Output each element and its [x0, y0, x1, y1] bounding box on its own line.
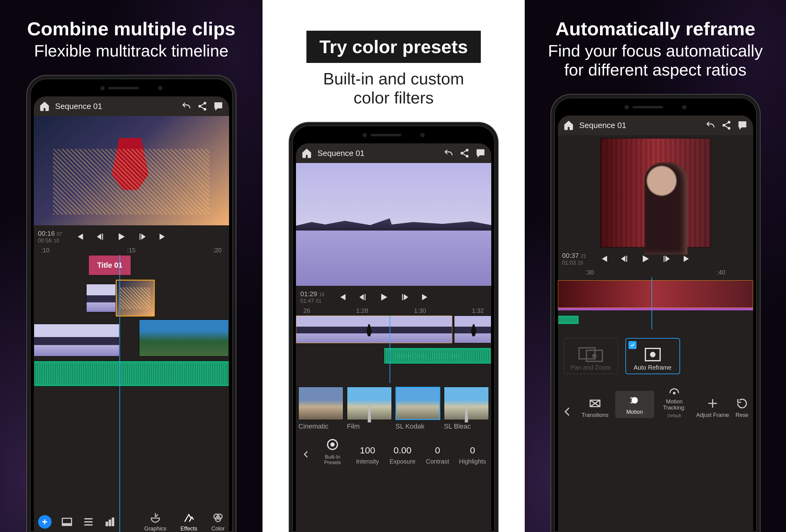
back-icon[interactable] — [560, 405, 575, 418]
param-label: Intensity — [351, 458, 384, 465]
ruler-mark: 26 — [303, 307, 310, 314]
preset-cinematic[interactable]: Cinematic — [298, 387, 343, 431]
panel3-subtitle-l2: for different aspect ratios — [564, 61, 746, 79]
step-fwd-icon[interactable] — [399, 292, 410, 302]
video-clip[interactable] — [34, 324, 120, 356]
motion-tab[interactable]: Motion — [615, 391, 654, 418]
levels-icon[interactable] — [104, 516, 116, 528]
step-back-icon[interactable] — [95, 231, 106, 242]
undo-icon[interactable] — [705, 120, 716, 131]
audio-clip[interactable]: ♪ VoiceOver_2020-Ma — [384, 347, 491, 364]
time-ruler[interactable]: 26 1:28 1:30 1:32 — [296, 305, 491, 316]
adjust-frame-tab[interactable]: Adjust Frame — [694, 397, 731, 418]
preset-strip[interactable]: Cinematic Film SL Kodak SL Bleac — [296, 383, 491, 431]
step-fwd-icon[interactable] — [137, 231, 147, 242]
pan-and-zoom-option[interactable]: Pan and Zoom — [563, 338, 618, 374]
svg-rect-4 — [62, 524, 72, 526]
exposure-control[interactable]: 0.00 Exposure — [386, 445, 419, 465]
video-clip-selected[interactable] — [296, 316, 452, 343]
phone-frame-2: Sequence 01 01:2916 01:4701 — [289, 122, 498, 532]
timecode: 00:3721 01:0315 — [562, 252, 586, 266]
svg-point-16 — [723, 124, 724, 126]
svg-point-25 — [632, 397, 638, 403]
timeline[interactable]: Title 01 + — [34, 255, 229, 532]
audio-clip[interactable] — [558, 315, 579, 324]
step-fwd-icon[interactable] — [661, 254, 671, 264]
builtin-presets-button[interactable]: Built-In Presets — [316, 437, 349, 465]
svg-rect-5 — [106, 522, 108, 526]
param-value: 0.00 — [386, 445, 419, 456]
add-button[interactable]: + — [38, 515, 52, 529]
undo-icon[interactable] — [443, 148, 454, 158]
playhead[interactable] — [651, 277, 652, 329]
skip-end-icon[interactable] — [158, 231, 168, 242]
graphics-tab[interactable]: Graphics — [144, 511, 166, 532]
playhead[interactable] — [119, 255, 120, 532]
skip-end-icon[interactable] — [420, 292, 431, 302]
share-icon[interactable] — [197, 101, 208, 111]
tab-label: Motion Tracking: — [656, 399, 693, 411]
param-value: 0 — [456, 445, 489, 456]
motion-toolbar: Transitions Motion Motion Tracking: Defa… — [558, 374, 753, 418]
timecode: 01:2916 01:4701 — [300, 290, 325, 304]
timecode-current-frames: 07 — [57, 231, 62, 237]
param-value: 0 — [421, 445, 454, 456]
timeline[interactable]: ♪ VoiceOver_2020-Ma — [296, 316, 491, 383]
contrast-control[interactable]: 0 Contrast — [421, 445, 454, 465]
check-icon — [628, 341, 637, 349]
time-ruler[interactable]: :30 :40 — [558, 267, 753, 277]
panel2-subtitle-l2: color filters — [353, 88, 434, 107]
comment-icon[interactable] — [737, 120, 748, 131]
video-clip-selected[interactable] — [116, 280, 155, 317]
skip-start-icon[interactable] — [74, 231, 85, 242]
video-clip[interactable] — [86, 284, 115, 312]
transitions-tab[interactable]: Transitions — [577, 397, 614, 418]
video-clip-selected[interactable] — [558, 280, 753, 308]
share-icon[interactable] — [459, 148, 470, 158]
play-icon[interactable] — [116, 231, 126, 242]
timeline[interactable] — [558, 277, 753, 329]
ruler-mark: :20 — [213, 247, 222, 254]
comment-icon[interactable] — [475, 148, 486, 158]
color-tab[interactable]: Color — [211, 511, 225, 532]
audio-clip[interactable] — [34, 361, 229, 387]
auto-reframe-option[interactable]: Auto Reframe — [625, 338, 680, 374]
svg-point-23 — [650, 352, 655, 357]
title-clip[interactable]: Title 01 — [88, 255, 132, 275]
video-clip[interactable] — [139, 320, 229, 356]
skip-end-icon[interactable] — [682, 254, 692, 264]
preset-film[interactable]: Film — [347, 387, 392, 431]
playhead[interactable] — [390, 316, 390, 383]
preset-label: Cinematic — [298, 422, 343, 431]
undo-icon[interactable] — [181, 101, 191, 111]
home-icon[interactable] — [39, 101, 50, 111]
step-back-icon[interactable] — [358, 292, 368, 302]
reset-tab[interactable]: Rese — [733, 397, 751, 418]
skip-start-icon[interactable] — [598, 254, 609, 264]
intensity-control[interactable]: 100 Intensity — [351, 445, 384, 465]
svg-rect-6 — [109, 520, 111, 526]
video-preview[interactable] — [600, 138, 711, 248]
video-preview[interactable] — [34, 116, 229, 225]
home-icon[interactable] — [301, 148, 312, 158]
comment-icon[interactable] — [213, 101, 224, 111]
share-icon[interactable] — [721, 120, 732, 131]
skip-start-icon[interactable] — [337, 292, 347, 302]
highlights-control[interactable]: 0 Highlights — [456, 445, 489, 465]
motion-tracking-tab[interactable]: Motion Tracking: Default — [656, 384, 693, 418]
promo-panel-3: Automatically reframe Find your focus au… — [525, 0, 786, 532]
time-ruler[interactable]: :10 :15 :20 — [34, 245, 229, 255]
play-icon[interactable] — [640, 254, 651, 264]
step-back-icon[interactable] — [619, 254, 630, 264]
home-icon[interactable] — [563, 120, 574, 131]
play-icon[interactable] — [378, 292, 389, 302]
tracklist-icon[interactable] — [82, 516, 95, 528]
video-preview[interactable] — [296, 163, 491, 286]
back-icon[interactable] — [298, 444, 314, 465]
effects-tab[interactable]: Effects — [181, 511, 198, 532]
project-panel-icon[interactable] — [61, 516, 73, 528]
ruler-mark: :30 — [585, 269, 594, 276]
preset-sl-kodak[interactable]: SL Kodak — [395, 387, 440, 431]
video-clip[interactable] — [454, 316, 491, 343]
preset-sl-bleach[interactable]: SL Bleac — [444, 387, 489, 431]
